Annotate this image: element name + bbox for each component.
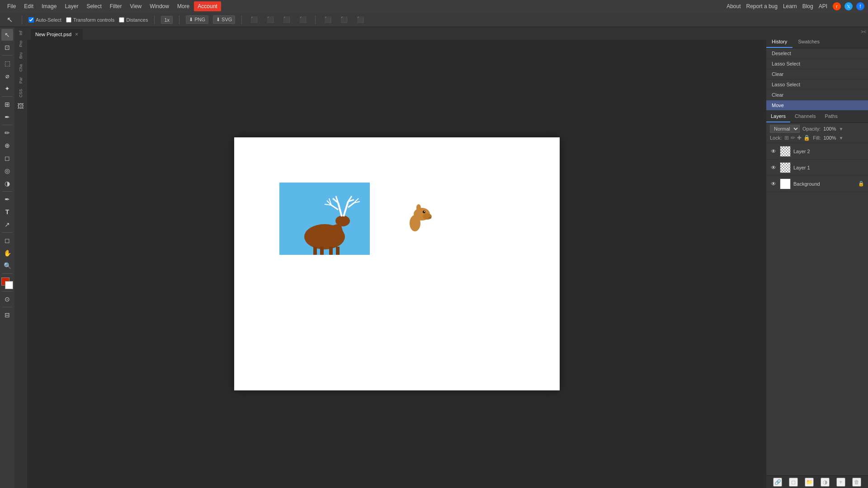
brush-tool-btn[interactable]: ✏ [1,127,13,139]
artboard-tool-btn[interactable]: ⊡ [1,42,13,53]
canvas-document[interactable] [234,137,560,390]
align-bottom-btn[interactable]: ⬛ [297,14,309,26]
camel-layer-image[interactable] [401,201,438,237]
opacity-dropdown-icon[interactable]: ▼ [839,127,844,131]
menu-file[interactable]: File [4,1,19,11]
about-link[interactable]: About [726,3,741,9]
background-visibility-toggle[interactable]: 👁 [770,180,777,188]
selection-tool-icon[interactable]: ↖ [4,14,15,26]
layer-folder-btn[interactable]: 📁 [805,478,814,487]
image-panel-btn[interactable]: 🖼 [16,101,25,111]
menu-edit[interactable]: Edit [20,1,37,11]
blog-link[interactable]: Blog [802,3,813,9]
layer-adjust-btn[interactable]: ◑ [821,478,830,487]
menu-more[interactable]: More [174,1,193,11]
layer-item-layer2[interactable]: 👁 Layer 2 [766,143,868,160]
svg-point-26 [424,211,425,212]
pen-tool-btn[interactable]: ✒ [1,193,13,205]
zoom-tool-btn[interactable]: 🔍 [1,260,13,272]
layer-new-btn[interactable]: + [836,478,845,487]
shape-tool-btn[interactable]: ◻ [1,235,13,246]
history-item-clear1[interactable]: Clear [766,69,868,80]
cha-panel-btn[interactable]: Cha [18,62,24,74]
lock-checkerboard-icon[interactable]: ⊞ [784,135,789,141]
distribute-right-btn[interactable]: ⬛ [354,14,366,26]
menu-layer[interactable]: Layer [61,1,82,11]
css-panel-btn[interactable]: CSS [18,87,24,99]
blend-mode-select[interactable]: Normal [770,125,800,133]
quick-mask-btn[interactable]: ⊙ [1,293,13,305]
menu-window[interactable]: Window [146,1,173,11]
layer-delete-btn[interactable]: 🗑 [852,478,861,487]
history-tab[interactable]: History [766,36,793,48]
history-item-move[interactable]: Move [766,100,868,111]
eraser-tool-btn[interactable]: ◻ [1,152,13,164]
export-svg-btn[interactable]: ⬇ SVG [213,15,235,24]
inf-panel-btn[interactable]: Inf [18,29,24,37]
twitter-icon[interactable]: 𝕏 [844,2,853,10]
pro-panel-btn[interactable]: Pro [18,39,24,49]
marquee-tool-btn[interactable]: ⬚ [1,57,13,69]
history-item-lasso1[interactable]: Lasso Select [766,59,868,69]
color-swatches[interactable] [1,277,13,289]
move-tool-btn[interactable]: ↖ [1,29,13,41]
channels-tab[interactable]: Channels [790,111,820,122]
crop-tool-btn[interactable]: ⊞ [1,99,13,110]
distances-checkbox[interactable] [119,17,124,23]
lasso-tool-btn[interactable]: ⌀ [1,70,13,82]
layer-link-btn[interactable]: 🔗 [773,478,782,487]
facebook-icon[interactable]: f [856,2,864,10]
api-link[interactable]: API [819,3,827,9]
layer1-visibility-toggle[interactable]: 👁 [770,164,777,171]
lock-brush-icon[interactable]: ✏ [791,135,795,141]
par-panel-btn[interactable]: Par [18,75,24,85]
distribute-center-btn[interactable]: ⬛ [338,14,350,26]
distribute-left-btn[interactable]: ⬛ [322,14,334,26]
reddit-icon[interactable]: r [833,2,841,10]
bru-panel-btn[interactable]: Bru [18,51,24,61]
hand-tool-btn[interactable]: ✋ [1,247,13,259]
menu-account[interactable]: Account [194,1,221,11]
eyedropper-btn[interactable]: ✒ [1,111,13,123]
menu-image[interactable]: Image [38,1,60,11]
transform-controls-checkbox[interactable] [66,17,71,23]
history-item-lasso2[interactable]: Lasso Select [766,80,868,90]
stamp-tool-btn[interactable]: ⊕ [1,140,13,151]
elk-layer-image[interactable] [279,183,370,255]
lock-lock-icon[interactable]: 🔒 [803,135,810,141]
layers-tab[interactable]: Layers [766,111,790,122]
align-left-btn[interactable]: ⬛ [248,14,260,26]
dodge-tool-btn[interactable]: ◑ [1,178,13,189]
screen-mode-btn[interactable]: ⊟ [1,309,13,321]
path-select-btn[interactable]: ↗ [1,219,13,230]
align-center-btn[interactable]: ⬛ [264,14,276,26]
zoom-select[interactable]: 1x [161,16,173,24]
menu-view[interactable]: View [126,1,145,11]
lock-move-icon[interactable]: ✚ [797,135,802,141]
report-bug-link[interactable]: Report a bug [746,3,778,9]
tab-close-btn[interactable]: × [75,31,78,38]
canvas-viewport[interactable] [27,40,766,488]
align-right-btn[interactable]: ⬛ [281,14,292,26]
right-collapse-toggle[interactable]: >< [766,27,868,36]
layer-item-background[interactable]: 👁 Background 🔒 [766,176,868,192]
layer2-visibility-toggle[interactable]: 👁 [770,148,777,155]
menu-select[interactable]: Select [83,1,105,11]
learn-link[interactable]: Learn [783,3,797,9]
blur-tool-btn[interactable]: ◎ [1,165,13,177]
layer-item-layer1[interactable]: 👁 Layer 1 [766,160,868,176]
project-tab[interactable]: New Project.psd × [31,29,83,40]
history-item-deselect[interactable]: Deselect [766,48,868,59]
tab-label: New Project.psd [35,32,71,37]
fill-dropdown-icon[interactable]: ▼ [839,136,844,141]
auto-select-checkbox[interactable] [28,17,34,23]
text-tool-btn[interactable]: T [1,206,13,218]
export-png-btn[interactable]: ⬇ PNG [186,15,208,24]
menu-filter[interactable]: Filter [106,1,126,11]
magic-wand-btn[interactable]: ✦ [1,83,13,94]
history-item-clear2[interactable]: Clear [766,90,868,100]
swatches-tab[interactable]: Swatches [793,36,825,48]
paths-tab[interactable]: Paths [821,111,842,122]
layer-mask-btn[interactable]: ◻ [789,478,798,487]
background-color[interactable] [5,281,13,289]
